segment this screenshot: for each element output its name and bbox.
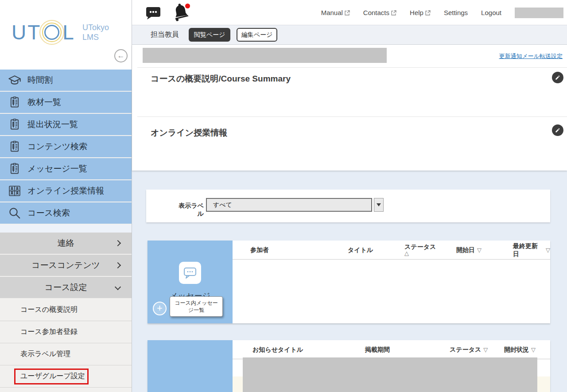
notification-badge [185,4,190,8]
clipboard-icon [7,140,22,153]
column-last-updated[interactable]: 最終更新日 ▽ [513,241,550,260]
plus-icon: + [157,303,163,314]
topbar: Manual Contacts Help Settings Logout [132,0,567,25]
page-tabbar: 担当教員 閲覧ページ 編集ページ [132,25,567,45]
sort-desc-icon: ▽ [483,346,488,353]
tab-view-page[interactable]: 閲覧ページ [189,28,230,42]
logo-letter-u: U [12,20,27,44]
divider [137,67,567,68]
clipboard-icon [7,162,22,175]
column-announcement-title[interactable]: お知らせタイトル [252,340,303,359]
sidebar-item-label: メッセージ一覧 [27,163,87,175]
section-title-online-class: オンライン授業情報 [151,127,227,139]
logo-area: U T L UTokyo LMS ← [0,0,132,70]
column-status[interactable]: ステータス △ [404,241,436,260]
external-link-icon [391,10,396,16]
announcement-panel: お知らせタイトル 掲載期間 ステータス ▽ 開封状況 ▽ [148,340,550,392]
message-panel-side: メッセージ + コース内メッセージ一覧 [148,241,233,323]
logo-letter-l: L [62,20,75,44]
column-start-date[interactable]: 開始日 ▽ [456,241,482,260]
settings-link[interactable]: Settings [444,9,468,16]
sidebar-group-contact[interactable]: 連絡 [0,233,132,254]
logo-subtitle: UTokyo LMS [82,23,109,43]
column-open-status[interactable]: 開封状況 ▽ [504,340,536,359]
sidebar-subitem-course-summary[interactable]: コースの概要説明 [0,299,132,321]
filter-label: 表示ラベル [173,202,204,218]
sidebar-item-materials[interactable]: 教材一覧 [0,92,132,113]
pencil-icon [555,127,561,133]
message-panel: メッセージ + コース内メッセージ一覧 参加者 タイトル ステータス △ 開始日… [148,241,550,323]
sidebar-group-course-contents[interactable]: コースコンテンツ [0,255,132,276]
announcement-panel-side [148,340,233,392]
sort-desc-icon: ▽ [531,346,536,353]
help-link[interactable]: Help [410,9,431,16]
sidebar-item-label: 時間割 [27,74,53,86]
chevron-down-icon [115,284,121,290]
people-grid-icon [7,185,22,197]
external-link-icon [345,10,350,16]
sidebar-divider [0,225,132,233]
sidebar-item-label: 提出状況一覧 [27,119,78,130]
logout-link[interactable]: Logout [481,9,501,16]
redacted-user-name [515,8,563,18]
update-notification-mail-link[interactable]: 更新通知メール転送設定 [499,52,563,60]
pencil-icon [555,74,561,81]
course-overview-panel: 更新通知メール転送設定 コースの概要説明/Course Summary オンライ… [132,45,567,171]
arrow-left-icon: ← [117,51,125,60]
display-label-select[interactable]: すべて [206,198,372,212]
sort-desc-icon: ▽ [546,247,550,253]
topbar-links: Manual Contacts Help Settings Logout [321,0,563,25]
sidebar-item-label: コース検索 [27,207,70,219]
sidebar-item-message-list[interactable]: メッセージ一覧 [0,158,132,179]
graduation-cap-icon [7,74,22,86]
column-status[interactable]: ステータス ▽ [450,340,488,359]
sort-desc-icon: ▽ [477,247,482,253]
redacted-course-title [143,48,387,63]
sidebar-group-course-settings[interactable]: コース設定 [0,277,132,298]
role-label: 担当教員 [151,30,179,39]
sidebar-subitem-display-label-management[interactable]: 表示ラベル管理 [0,343,132,365]
sort-asc-icon: △ [404,250,409,256]
sidebar-subitem-user-group-settings[interactable]: ユーザグループ設定 [0,365,132,388]
sidebar-item-label: オンライン授業情報 [27,185,104,197]
sidebar-item-course-search[interactable]: コース検索 [0,202,132,224]
sidebar-collapse-button[interactable]: ← [114,49,128,62]
divider [137,116,567,117]
sidebar-item-content-search[interactable]: コンテンツ検索 [0,136,132,157]
sidebar-item-online-class-info[interactable]: オンライン授業情報 [0,180,132,202]
column-participants[interactable]: 参加者 [250,241,269,260]
contacts-link[interactable]: Contacts [363,9,396,16]
sidebar-item-timetable[interactable]: 時間割 [0,70,132,91]
course-message-list-button[interactable]: コース内メッセージ一覧 [170,296,223,317]
search-icon [7,206,22,220]
sidebar-nav: 時間割 教材一覧 提出状況一覧 [0,70,132,388]
manual-link[interactable]: Manual [321,9,350,16]
external-link-icon [425,10,431,16]
sidebar-item-submissions[interactable]: 提出状況一覧 [0,114,132,135]
clipboard-icon [7,118,22,131]
column-title[interactable]: タイトル [348,241,373,260]
section-title-course-summary: コースの概要説明/Course Summary [151,73,291,85]
display-label-filter-panel: 表示ラベル すべて [146,190,550,222]
tab-edit-page[interactable]: 編集ページ [237,28,277,42]
logo-ring-icon [42,23,62,42]
messages-icon[interactable] [145,6,161,20]
notifications-bell-icon[interactable] [172,2,191,23]
redacted-announcement-content [243,357,537,392]
select-dropdown-button[interactable] [374,198,384,212]
column-posting-period[interactable]: 掲載期間 [365,340,390,359]
clipboard-icon [7,96,22,109]
edit-course-summary-button[interactable] [552,72,563,83]
sidebar-subitem-participant-registration[interactable]: コース参加者登録 [0,321,132,343]
caret-down-icon [377,203,381,206]
edit-online-class-button[interactable] [552,124,563,136]
message-table-header: 参加者 タイトル ステータス △ 開始日 ▽ 最終更新日 ▽ [233,241,550,260]
sidebar-item-label: コンテンツ検索 [27,141,87,152]
chevron-right-icon [115,262,121,268]
chevron-right-icon [115,240,121,246]
sidebar-item-label: 教材一覧 [27,97,61,108]
add-message-button[interactable]: + [153,302,167,315]
sidebar: U T L UTokyo LMS ← [0,0,132,392]
announcement-table-header: お知らせタイトル 掲載期間 ステータス ▽ 開封状況 ▽ [233,340,550,359]
utol-logo: U T L UTokyo LMS [12,20,109,44]
